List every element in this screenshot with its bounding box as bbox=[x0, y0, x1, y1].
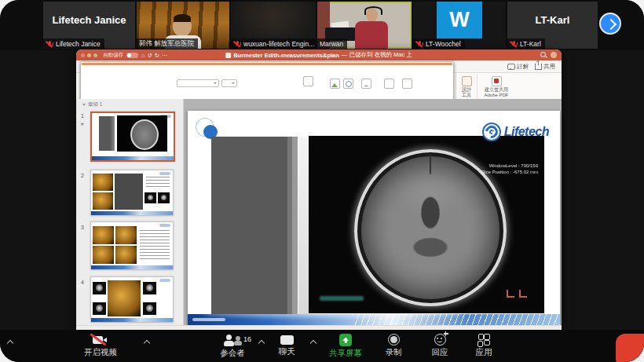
muted-mic-icon bbox=[415, 40, 423, 48]
font-size-select[interactable] bbox=[221, 79, 237, 87]
share-button[interactable]: 共用 bbox=[535, 63, 555, 71]
minimize-window-button[interactable] bbox=[87, 53, 91, 57]
video-tile-woochel[interactable]: W LT-Woochel bbox=[413, 2, 506, 49]
titlebar-quick-icons[interactable]: ⌂↺↻⋯ bbox=[141, 52, 170, 59]
thumb-logo bbox=[159, 224, 170, 227]
document-title: Burmester Edith-measurements&plan — 已儲存到… bbox=[225, 49, 412, 60]
slide-thumbnail-2[interactable] bbox=[90, 170, 174, 216]
apps-button[interactable]: 应用 bbox=[464, 334, 503, 357]
thumb-footer-band bbox=[92, 156, 174, 160]
name-label: LT-Woochel bbox=[413, 38, 465, 49]
thumb-logo bbox=[159, 172, 170, 175]
designer-icon bbox=[462, 76, 472, 86]
meeting-frame: Lifetech Janice Lifetech Janice 郭伟 解放军总医… bbox=[0, 0, 644, 362]
shapes-icon bbox=[343, 79, 353, 89]
close-window-button[interactable] bbox=[81, 53, 85, 57]
zoom-window-button[interactable] bbox=[93, 53, 97, 57]
slide-thumbnail-3[interactable] bbox=[90, 221, 174, 270]
muted-mic-icon bbox=[46, 40, 53, 48]
thumb-brain bbox=[130, 119, 159, 150]
textbox-icon bbox=[361, 79, 371, 89]
section-header[interactable]: 章節 1 bbox=[82, 101, 102, 108]
screenshot-scroll-strip bbox=[298, 137, 309, 314]
adobe-pdf-button[interactable]: 建立並共用 Adobe PDF bbox=[481, 76, 511, 98]
slide-footer-wave bbox=[188, 314, 560, 326]
new-slide-icon bbox=[80, 73, 454, 101]
slide-thumbnails-pane: 章節 1 1 ★ 2 bbox=[76, 99, 184, 326]
footer-fineprint bbox=[192, 318, 225, 321]
video-tile-karl[interactable]: LT-Karl LT-Karl bbox=[507, 2, 598, 49]
ct-overlay-info: WindowLevel : 700/150 Slice Position : -… bbox=[481, 163, 538, 175]
thumb-footer-band bbox=[91, 265, 173, 269]
muted-mic-icon bbox=[233, 40, 241, 48]
document-icon bbox=[225, 53, 231, 58]
lifetech-logo-icon bbox=[482, 122, 501, 141]
video-tile-wuxuan[interactable]: wuxuan-lifetech Engin... bbox=[231, 2, 316, 49]
leave-button-partial[interactable] bbox=[616, 334, 644, 362]
participant-face bbox=[366, 8, 378, 22]
new-slide-button[interactable]: 新增投影片 bbox=[104, 84, 127, 90]
arrange-icon bbox=[384, 79, 394, 89]
ppt-content: 章節 1 1 ★ 2 bbox=[76, 99, 562, 326]
next-participants-button[interactable] bbox=[599, 13, 621, 35]
chat-icon bbox=[280, 335, 294, 345]
ct-scale-marker bbox=[507, 289, 527, 298]
name-label: LT-Karl bbox=[507, 38, 545, 49]
video-off-icon bbox=[92, 335, 109, 346]
ribbon-toolbar: 貼上 新增投影片 版面配置 重設 章節 bbox=[76, 73, 562, 101]
comment-icon bbox=[507, 64, 515, 70]
lifetech-logo: Lifetech bbox=[482, 122, 549, 141]
participants-icon: 16 bbox=[223, 335, 242, 346]
letter-avatar: W bbox=[437, 2, 482, 38]
chat-button[interactable]: 聊天 bbox=[267, 334, 306, 356]
ppt-titlebar: 自動儲存 ⌂↺↻⋯ Burmester Edith-measurements&p… bbox=[76, 49, 562, 60]
slide-number: 4 bbox=[81, 280, 84, 285]
thumb-footer-band bbox=[91, 318, 173, 322]
current-slide[interactable]: WindowLevel : 700/150 Slice Position : -… bbox=[188, 111, 560, 326]
search-icon[interactable] bbox=[540, 52, 547, 58]
smartart-icon bbox=[303, 76, 313, 86]
share-screen-icon bbox=[339, 334, 352, 346]
quick-styles-icon bbox=[402, 79, 412, 89]
video-tile-guowei[interactable]: 郭伟 解放军总医院 bbox=[137, 2, 229, 49]
start-video-button[interactable]: 开启视频 bbox=[75, 334, 126, 357]
share-icon bbox=[535, 64, 542, 70]
participants-button[interactable]: 16 参会者 bbox=[209, 334, 256, 357]
tile-display-name: Lifetech Janice bbox=[43, 14, 135, 26]
slide-number: 2 bbox=[81, 173, 84, 178]
comments-button[interactable]: 註解 bbox=[507, 63, 529, 71]
participant-face bbox=[173, 16, 192, 37]
ct-scan-image: WindowLevel : 700/150 Slice Position : -… bbox=[309, 136, 544, 313]
font-name-select[interactable] bbox=[177, 79, 219, 87]
slide-thumbnail-4[interactable] bbox=[90, 276, 174, 323]
thumb-footer-band bbox=[91, 211, 173, 215]
screenshot-side-panel bbox=[211, 137, 298, 315]
lifetech-logo-text: Lifetech bbox=[504, 125, 549, 139]
name-label: 郭伟 解放军总医院 bbox=[137, 38, 198, 49]
reactions-button[interactable]: 回应 bbox=[420, 334, 459, 357]
video-tile-lifetech-janice[interactable]: Lifetech Janice Lifetech Janice bbox=[43, 2, 135, 49]
slide-thumbnail-1[interactable] bbox=[90, 112, 175, 162]
slide-number: 1 bbox=[81, 113, 84, 119]
name-label: wuxuan-lifetech Engin... bbox=[231, 38, 316, 49]
record-button[interactable]: 录制 bbox=[374, 334, 413, 357]
mute-options-chevron-icon[interactable] bbox=[8, 339, 14, 346]
designer-button[interactable]: 設計工具 bbox=[460, 76, 473, 98]
account-avatar[interactable] bbox=[551, 52, 557, 58]
participants-chevron-icon[interactable] bbox=[259, 339, 265, 346]
animation-star-icon: ★ bbox=[80, 121, 84, 126]
autosave-toggle[interactable] bbox=[126, 53, 138, 58]
autosave-label: 自動儲存 bbox=[103, 52, 123, 59]
zoom-meeting-window: Lifetech Janice Lifetech Janice 郭伟 解放军总医… bbox=[0, 0, 644, 362]
video-tile-marwan[interactable]: Marwan bbox=[317, 2, 412, 49]
share-screen-button[interactable]: 共享屏幕 bbox=[318, 334, 373, 357]
picture-icon bbox=[330, 79, 340, 89]
slide-canvas: WindowLevel : 700/150 Slice Position : -… bbox=[184, 99, 562, 326]
thumb-ct-area bbox=[117, 115, 167, 152]
ct-watermark bbox=[320, 296, 364, 301]
chat-chevron-icon[interactable] bbox=[311, 339, 317, 346]
powerpoint-window: 自動儲存 ⌂↺↻⋯ Burmester Edith-measurements&p… bbox=[76, 49, 562, 330]
thumb-gray-strip bbox=[99, 116, 115, 151]
muted-mic-icon bbox=[510, 40, 518, 48]
video-options-chevron-icon[interactable] bbox=[145, 339, 151, 346]
